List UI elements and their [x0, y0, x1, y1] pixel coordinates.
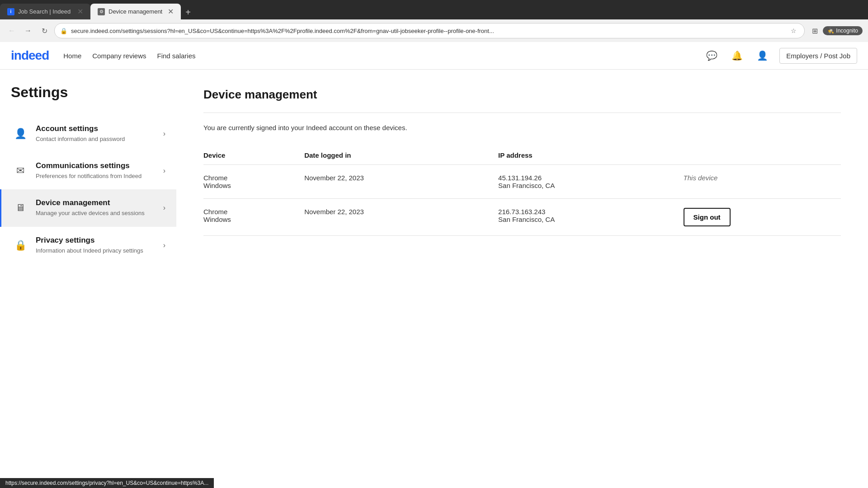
tab-close-1[interactable]: ✕ [77, 7, 83, 16]
nav-company-reviews[interactable]: Company reviews [92, 52, 146, 60]
table-header-row: Device Date logged in IP address [203, 146, 841, 165]
nav-find-salaries[interactable]: Find salaries [157, 52, 195, 60]
header-actions: 💬 🔔 👤 Employers / Post Job [703, 47, 857, 64]
browser-controls: ← → ↻ 🔒 secure.indeed.com/settings/sessi… [0, 19, 868, 42]
tab-favicon-2: ⚙ [98, 8, 105, 15]
privacy-settings-title: Privacy settings [36, 236, 163, 245]
sign-out-button[interactable]: Sign out [684, 208, 731, 226]
sidebar-item-privacy-settings[interactable]: 🔒 Privacy settings Information about Ind… [0, 227, 176, 264]
privacy-settings-desc: Information about Indeed privacy setting… [36, 247, 163, 255]
security-lock-icon: 🔒 [60, 28, 67, 34]
browser-tab-1[interactable]: i Job Search | Indeed ✕ [0, 4, 90, 19]
url-display: secure.indeed.com/settings/sessions?hl=e… [71, 28, 784, 34]
device-management-content: Device management Manage your active dev… [36, 198, 163, 217]
col-device: Device [203, 146, 304, 165]
main-nav: Home Company reviews Find salaries [63, 52, 195, 60]
action-cell-2: Sign out [684, 199, 841, 236]
device-cell-1: ChromeWindows [203, 165, 304, 199]
status-bar: https://secure.indeed.com/settings/priva… [0, 478, 214, 488]
table-row: ChromeWindows November 22, 2023 45.131.1… [203, 165, 841, 199]
bookmark-icon[interactable]: ☆ [788, 25, 799, 36]
device-management-chevron-icon: › [163, 204, 165, 212]
settings-sidebar: Settings 👤 Account settings Contact info… [0, 70, 176, 488]
col-ip: IP address [498, 146, 683, 165]
new-tab-button[interactable]: + [181, 5, 195, 19]
extensions-button[interactable]: ⊞ [808, 24, 821, 37]
device-table: Device Date logged in IP address ChromeW… [203, 146, 841, 236]
device-management-title: Device management [36, 198, 163, 207]
table-header: Device Date logged in IP address [203, 146, 841, 165]
forward-button[interactable]: → [22, 24, 34, 37]
browser-action-buttons: ⊞ 🕵 Incognito [808, 24, 863, 37]
privacy-settings-chevron-icon: › [163, 241, 165, 249]
device-management-icon: 🖥 [12, 200, 28, 216]
incognito-icon: 🕵 [827, 28, 834, 34]
page-title: Device management [203, 88, 841, 102]
incognito-badge: 🕵 Incognito [823, 26, 863, 35]
ip-cell-1: 45.131.194.26San Francisco, CA [498, 165, 683, 199]
logo-text: indeed [11, 48, 49, 63]
main-layout: Settings 👤 Account settings Contact info… [0, 70, 868, 488]
main-content: Device management You are currently sign… [176, 70, 868, 488]
tab-close-2[interactable]: ✕ [168, 7, 174, 16]
tab-title-2: Device management [108, 8, 164, 15]
ip-cell-2: 216.73.163.243San Francisco, CA [498, 199, 683, 236]
communications-settings-chevron-icon: › [163, 167, 165, 175]
messages-icon[interactable]: 💬 [703, 47, 720, 64]
browser-tab-2[interactable]: ⚙ Device management ✕ [90, 4, 181, 19]
title-divider [203, 113, 841, 113]
tab-bar: i Job Search | Indeed ✕ ⚙ Device managem… [0, 0, 868, 19]
communications-settings-icon: ✉ [12, 163, 28, 179]
communications-settings-content: Communications settings Preferences for … [36, 161, 163, 180]
back-button[interactable]: ← [5, 24, 18, 37]
address-bar[interactable]: 🔒 secure.indeed.com/settings/sessions?hl… [54, 23, 805, 38]
tab-title-1: Job Search | Indeed [18, 8, 74, 15]
table-body: ChromeWindows November 22, 2023 45.131.1… [203, 165, 841, 236]
indeed-logo[interactable]: indeed [11, 48, 49, 63]
privacy-settings-content: Privacy settings Information about Indee… [36, 236, 163, 255]
site-header: indeed Home Company reviews Find salarie… [0, 42, 868, 70]
sidebar-item-communications-settings[interactable]: ✉ Communications settings Preferences fo… [0, 152, 176, 189]
col-action [684, 146, 841, 165]
nav-home[interactable]: Home [63, 52, 81, 60]
account-settings-content: Account settings Contact information and… [36, 124, 163, 143]
notifications-icon[interactable]: 🔔 [729, 47, 745, 64]
communications-settings-desc: Preferences for notifications from Indee… [36, 172, 163, 180]
action-cell-1: This device [684, 165, 841, 199]
date-cell-2: November 22, 2023 [304, 199, 498, 236]
sidebar-item-device-management[interactable]: 🖥 Device management Manage your active d… [0, 189, 176, 226]
tab-favicon-1: i [7, 8, 14, 15]
device-cell-2: ChromeWindows [203, 199, 304, 236]
reload-button[interactable]: ↻ [38, 24, 51, 37]
incognito-label: Incognito [836, 28, 858, 34]
col-date: Date logged in [304, 146, 498, 165]
account-settings-icon: 👤 [12, 126, 28, 142]
user-account-icon[interactable]: 👤 [754, 47, 770, 64]
table-row: ChromeWindows November 22, 2023 216.73.1… [203, 199, 841, 236]
employers-link[interactable]: Employers / Post Job [779, 48, 857, 64]
device-intro-text: You are currently signed into your Indee… [203, 124, 841, 131]
sidebar-item-account-settings[interactable]: 👤 Account settings Contact information a… [0, 115, 176, 152]
account-settings-desc: Contact information and password [36, 135, 163, 143]
account-settings-title: Account settings [36, 124, 163, 133]
device-management-desc: Manage your active devices and sessions [36, 209, 163, 217]
browser-chrome: i Job Search | Indeed ✕ ⚙ Device managem… [0, 0, 868, 42]
address-actions: ☆ [788, 25, 799, 36]
communications-settings-title: Communications settings [36, 161, 163, 170]
this-device-label: This device [684, 174, 718, 182]
account-settings-chevron-icon: › [163, 130, 165, 138]
settings-title: Settings [0, 84, 176, 115]
date-cell-1: November 22, 2023 [304, 165, 498, 199]
privacy-settings-icon: 🔒 [12, 237, 28, 253]
